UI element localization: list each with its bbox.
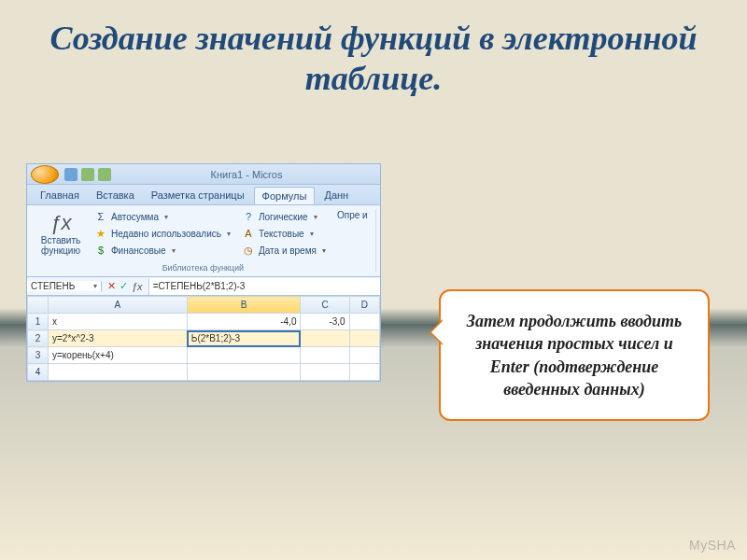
excel-window: Книга1 - Micros Главная Вставка Разметка… [26,163,381,382]
text-label: Текстовые [259,229,304,239]
formula-bar: СТЕПЕНЬ ▾ ✕ ✓ ƒx =СТЕПЕНЬ(2*B1;2)-3 [27,277,380,296]
insert-function-button[interactable]: ƒx Вставить функцию [35,209,87,258]
save-icon[interactable] [64,168,78,181]
titlebar: Книга1 - Micros [27,164,380,185]
chevron-down-icon: ▾ [93,282,97,290]
chevron-down-icon: ▾ [322,246,326,255]
col-header-A[interactable]: A [49,297,188,314]
datetime-label: Дата и время [259,245,317,256]
autosum-button[interactable]: Σ Автосумма ▾ [91,209,234,224]
accept-icon[interactable]: ✓ [120,280,128,292]
tab-data[interactable]: Данн [317,187,356,204]
quick-access-toolbar [64,168,111,181]
row-header[interactable]: 4 [28,364,49,381]
cell[interactable]: y=2*x^2-3 [49,330,188,347]
callout-text: Затем продолжить вводить значения просты… [467,312,682,399]
tab-insert[interactable]: Вставка [89,187,142,204]
text-icon: A [242,227,255,240]
fx-icon[interactable]: ƒx [132,281,143,292]
fx-icon: ƒx [49,211,71,235]
redo-icon[interactable] [98,168,111,181]
autosum-label: Автосумма [111,212,159,222]
spreadsheet-grid[interactable]: A B C D 1 x -4,0 -3,0 2 y=2*x^2-3 Ь(2*B1… [27,296,380,381]
more-label: Опре и [337,210,368,220]
col-header-B[interactable]: B [187,297,301,314]
cell[interactable] [301,330,349,347]
recent-label: Недавно использовались [111,229,221,239]
recent-button[interactable]: ★ Недавно использовались ▾ [91,226,234,241]
cell[interactable]: -4,0 [187,314,301,330]
text-button[interactable]: A Текстовые ▾ [238,226,330,241]
col-header-C[interactable]: C [301,297,349,314]
cell[interactable] [349,314,379,330]
cell[interactable] [301,364,349,381]
chevron-down-icon: ▾ [172,246,176,255]
active-cell[interactable]: Ь(2*B1;2)-3 [187,330,301,347]
row-header[interactable]: 2 [28,330,49,347]
money-icon: $ [94,244,107,257]
ribbon: ƒx Вставить функцию Σ Автосумма ▾ ★ Неда… [27,204,380,277]
more-functions-button[interactable]: Опре и [333,209,372,221]
sigma-icon: Σ [94,210,107,223]
clock-icon: ◷ [242,244,255,257]
formula-input[interactable]: =СТЕПЕНЬ(2*B1;2)-3 [148,278,380,295]
name-box-value: СТЕПЕНЬ [31,281,75,291]
instruction-callout: Затем продолжить вводить значения просты… [439,289,710,421]
office-button[interactable] [31,165,59,184]
row-header[interactable]: 1 [28,314,49,330]
cell[interactable] [349,330,379,347]
insert-function-label: Вставить функцию [36,235,85,256]
undo-icon[interactable] [81,168,94,181]
group-function-library: ƒx Вставить функцию Σ Автосумма ▾ ★ Неда… [31,209,376,273]
financial-button[interactable]: $ Финансовые ▾ [91,243,234,258]
question-icon: ? [242,210,255,223]
chevron-down-icon: ▾ [310,230,314,238]
cell[interactable] [187,347,301,364]
cell[interactable] [349,347,379,364]
slide-title: Создание значений функций в электронной … [0,0,747,108]
row-header[interactable]: 3 [28,347,49,364]
select-all-corner[interactable] [28,297,49,314]
star-icon: ★ [94,227,107,240]
logical-label: Логические [259,212,308,222]
chevron-down-icon: ▾ [227,230,231,238]
datetime-button[interactable]: ◷ Дата и время ▾ [238,243,330,258]
cell[interactable] [187,364,301,381]
cell[interactable]: y=корень(x+4) [49,347,188,364]
window-title: Книга1 - Micros [117,169,376,180]
chevron-down-icon: ▾ [164,213,168,221]
tab-home[interactable]: Главная [33,187,87,204]
cell[interactable]: -3,0 [301,314,349,330]
cell[interactable] [349,364,379,381]
logical-button[interactable]: ? Логические ▾ [238,209,330,224]
financial-label: Финансовые [111,245,166,256]
cell[interactable]: x [49,314,188,330]
tab-formulas[interactable]: Формулы [254,187,316,204]
name-box[interactable]: СТЕПЕНЬ ▾ [27,281,102,291]
watermark: MySHA [689,538,736,553]
ribbon-tabs: Главная Вставка Разметка страницы Формул… [27,185,380,204]
cell[interactable] [49,364,188,381]
tab-page-layout[interactable]: Разметка страницы [144,187,252,204]
cell[interactable] [301,347,349,364]
chevron-down-icon: ▾ [314,213,317,221]
cancel-icon[interactable]: ✕ [107,280,116,292]
group-label: Библиотека функций [35,261,372,273]
col-header-D[interactable]: D [349,297,379,314]
